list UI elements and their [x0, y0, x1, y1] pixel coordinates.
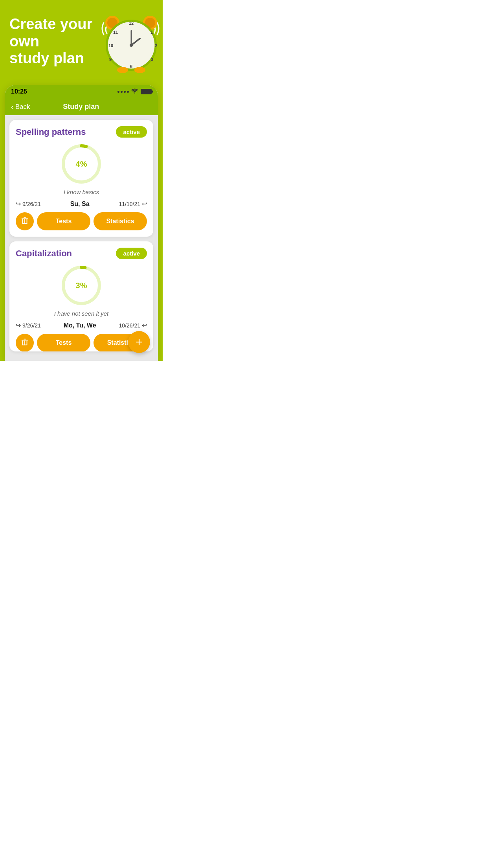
card2-date-end: 10/26/21 ↩ — [119, 322, 147, 329]
status-time: 10:25 — [11, 88, 27, 95]
start-arrow-icon: ↪ — [16, 200, 21, 208]
svg-point-19 — [134, 67, 145, 73]
card2-subtitle: I have not seen it yet — [16, 310, 147, 317]
status-bar: 10:25 — [5, 85, 158, 98]
card2-days: Mo, Tu, We — [64, 322, 96, 329]
nav-title: Study plan — [30, 103, 132, 111]
svg-point-17 — [130, 44, 133, 47]
back-chevron-icon: ‹ — [11, 102, 14, 111]
svg-text:12: 12 — [129, 21, 134, 26]
card1-progress: 4% — [16, 142, 147, 186]
hero-title: Create your own study plan — [9, 16, 99, 67]
svg-text:10: 10 — [108, 43, 113, 48]
svg-rect-22 — [22, 218, 28, 219]
card1-date-row: ↪ 9/26/21 Su, Sa 11/10/21 ↩ — [16, 200, 147, 208]
svg-rect-31 — [24, 338, 26, 339]
card1-actions: Tests Statistics — [16, 212, 147, 230]
hero-section: Create your own study plan — [0, 0, 163, 79]
card1-title: Spelling patterns — [16, 127, 86, 137]
svg-text:6: 6 — [130, 64, 132, 69]
dot-1 — [117, 91, 119, 93]
fab-add-button[interactable]: + — [128, 331, 150, 353]
dot-4 — [127, 91, 129, 93]
card1-end-date: 11/10/21 — [119, 201, 141, 207]
phone-frame: 10:25 — [5, 85, 158, 361]
app-background: Create your own study plan — [0, 0, 163, 361]
card1-subtitle: I know basics — [16, 189, 147, 195]
card2-actions: Tests Statisti... — [16, 334, 147, 351]
svg-rect-35 — [22, 344, 28, 345]
nav-bar: ‹ Back Study plan — [5, 98, 158, 115]
card2-date-row: ↪ 9/26/21 Mo, Tu, We 10/26/21 ↩ — [16, 322, 147, 329]
status-icons — [117, 88, 152, 95]
card2-active-badge: active — [116, 248, 147, 259]
content-area: Spelling patterns active 4% I know basic… — [5, 115, 158, 361]
back-label: Back — [15, 103, 30, 111]
card1-start-date: 9/26/21 — [22, 201, 41, 207]
svg-rect-27 — [22, 223, 28, 224]
svg-rect-23 — [24, 217, 26, 218]
card2-title: Capitalization — [16, 248, 72, 259]
card1-tests-button[interactable]: Tests — [37, 212, 90, 230]
delete-icon — [20, 216, 29, 227]
card1-active-badge: active — [116, 126, 147, 138]
svg-text:1: 1 — [150, 30, 153, 35]
spelling-patterns-card: Spelling patterns active 4% I know basic… — [9, 120, 153, 237]
card2-end-arrow-icon: ↩ — [142, 322, 147, 329]
svg-rect-30 — [22, 340, 28, 340]
card1-days: Su, Sa — [70, 200, 90, 208]
wifi-icon — [131, 88, 138, 95]
card1-delete-button[interactable] — [16, 212, 34, 230]
card1-progress-label: 4% — [76, 160, 87, 169]
svg-text:9: 9 — [109, 57, 112, 62]
card2-delete-icon — [20, 338, 29, 348]
card1-date-start: ↪ 9/26/21 — [16, 200, 41, 208]
card1-circle: 4% — [60, 142, 103, 186]
dot-2 — [121, 91, 123, 93]
card2-end-date: 10/26/21 — [119, 322, 140, 329]
card2-header: Capitalization active — [16, 248, 147, 259]
card2-progress-label: 3% — [76, 281, 87, 290]
card2-start-arrow-icon: ↪ — [16, 322, 21, 329]
dot-3 — [124, 91, 126, 93]
signal-dots — [117, 91, 129, 93]
svg-text:2: 2 — [155, 43, 157, 48]
svg-point-18 — [117, 67, 128, 73]
card1-header: Spelling patterns active — [16, 126, 147, 138]
card1-statistics-button[interactable]: Statistics — [94, 212, 147, 230]
card2-circle: 3% — [60, 264, 103, 307]
card2-start-date: 9/26/21 — [22, 322, 41, 329]
card2-delete-button[interactable] — [16, 334, 34, 351]
svg-text:3: 3 — [151, 57, 153, 62]
back-button[interactable]: ‹ Back — [11, 102, 30, 111]
end-arrow-icon: ↩ — [142, 200, 147, 208]
svg-text:11: 11 — [113, 30, 118, 35]
clock-illustration: 12 1 2 3 6 9 10 11 — [96, 4, 163, 75]
card2-progress: 3% — [16, 264, 147, 307]
battery-icon — [141, 89, 152, 94]
card2-date-start: ↪ 9/26/21 — [16, 322, 41, 329]
card2-tests-button[interactable]: Tests — [37, 334, 90, 351]
card1-date-end: 11/10/21 ↩ — [119, 200, 147, 208]
